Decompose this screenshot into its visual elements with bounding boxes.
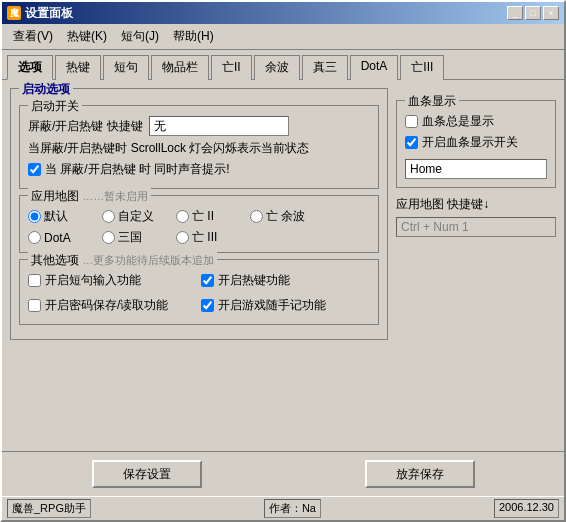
hotkey-row: 屏蔽/开启热键 快捷键 — [28, 116, 370, 136]
hotkey-enable-checkbox[interactable] — [201, 274, 214, 287]
save-button[interactable]: 保存设置 — [92, 460, 202, 488]
tab-aftermath[interactable]: 余波 — [254, 55, 300, 80]
phrase-checkbox[interactable] — [28, 274, 41, 287]
password-check-row: 开启密码保存/读取功能 — [28, 297, 197, 314]
startup-section: 启动选项 启动开关 屏蔽/开启热键 快捷键 当屏蔽/开启热键时 ScrollLo… — [10, 88, 388, 340]
discard-button[interactable]: 放弃保存 — [365, 460, 475, 488]
startup-title: 启动选项 — [19, 81, 73, 98]
map-title: 应用地图 ……暂未启用 — [28, 188, 151, 205]
other-section: 其他选项 …更多功能待后续版本追加 开启短句输入功能 — [19, 259, 379, 325]
sound-checkbox[interactable] — [28, 163, 41, 176]
always-show-label: 血条总是显示 — [422, 113, 494, 130]
blood-home-input[interactable] — [405, 159, 547, 179]
radio-wc2-input[interactable] — [176, 210, 189, 223]
left-panel: 启动选项 启动开关 屏蔽/开启热键 快捷键 当屏蔽/开启热键时 ScrollLo… — [10, 88, 388, 443]
menu-view[interactable]: 查看(V) — [7, 26, 59, 47]
other-title: 其他选项 …更多功能待后续版本追加 — [28, 252, 217, 269]
minimize-button[interactable]: _ — [507, 6, 523, 20]
hotkey-check-row: 开启热键功能 — [201, 272, 370, 289]
bottom-bar: 保存设置 放弃保存 — [2, 451, 564, 496]
radio-aftermath-input[interactable] — [250, 210, 263, 223]
other-checkboxes: 开启短句输入功能 开启密码保存/读取功能 开启热键功能 — [28, 272, 370, 318]
radio-custom-input[interactable] — [102, 210, 115, 223]
radio-wc3: 亡 III — [176, 229, 246, 246]
switch-section: 启动开关 屏蔽/开启热键 快捷键 当屏蔽/开启热键时 ScrollLock 灯会… — [19, 105, 379, 189]
app-icon: 魔 — [7, 6, 21, 20]
notebook-checkbox[interactable] — [201, 299, 214, 312]
right-panel: 血条显示 血条总是显示 开启血条显示开关 — [396, 88, 556, 443]
title-bar: 魔 设置面板 _ □ × — [2, 2, 564, 24]
radio-wc3-input[interactable] — [176, 231, 189, 244]
tab-wc2[interactable]: 亡II — [211, 55, 252, 80]
radio-default-input[interactable] — [28, 210, 41, 223]
radio-wc2: 亡 II — [176, 208, 246, 225]
blood-section: 血条显示 血条总是显示 开启血条显示开关 — [396, 100, 556, 188]
switch-title: 启动开关 — [28, 98, 82, 115]
radio-sanguo-input[interactable] — [102, 231, 115, 244]
status-bar: 魔兽_RPG助手 作者：Na 2006.12.30 — [2, 496, 564, 520]
tab-dota[interactable]: DotA — [350, 55, 399, 80]
hotkey-label: 屏蔽/开启热键 快捷键 — [28, 118, 143, 135]
maximize-button[interactable]: □ — [525, 6, 541, 20]
menu-help[interactable]: 帮助(H) — [167, 26, 220, 47]
status-author: 作者：Na — [264, 499, 321, 518]
tab-bar: 选项 热键 短句 物品栏 亡II 余波 真三 DotA 亡III — [2, 50, 564, 80]
always-show-checkbox[interactable] — [405, 115, 418, 128]
other-subtitle: …更多功能待后续版本追加 — [82, 254, 214, 266]
radio-custom: 自定义 — [102, 208, 172, 225]
title-bar-left: 魔 设置面板 — [7, 5, 73, 22]
hotkey-input[interactable] — [149, 116, 289, 136]
radio-dota: DotA — [28, 229, 98, 246]
other-col-right: 开启热键功能 开启游戏随手记功能 — [201, 272, 370, 318]
blood-toggle-row: 开启血条显示开关 — [405, 134, 547, 151]
tab-inventory[interactable]: 物品栏 — [151, 55, 209, 80]
map-radio-group-2: DotA 三国 亡 III — [28, 229, 370, 246]
menu-hotkey[interactable]: 热键(K) — [61, 26, 113, 47]
map-radio-group: 默认 自定义 亡 II — [28, 208, 370, 225]
tab-hotkey[interactable]: 热键 — [55, 55, 101, 80]
window-title: 设置面板 — [25, 5, 73, 22]
radio-default: 默认 — [28, 208, 98, 225]
radio-aftermath: 亡 余波 — [250, 208, 320, 225]
always-show-row: 血条总是显示 — [405, 113, 547, 130]
menu-phrase[interactable]: 短句(J) — [115, 26, 165, 47]
menu-bar: 查看(V) 热键(K) 短句(J) 帮助(H) — [2, 24, 564, 50]
map-shortcut-input[interactable] — [396, 217, 556, 237]
radio-sanguo: 三国 — [102, 229, 172, 246]
close-button[interactable]: × — [543, 6, 559, 20]
tab-phrase[interactable]: 短句 — [103, 55, 149, 80]
blood-toggle-label: 开启血条显示开关 — [422, 134, 518, 151]
sound-label: 当 屏蔽/开启热键 时 同时声音提示! — [45, 161, 230, 178]
map-shortcut-label: 应用地图 快捷键↓ — [396, 196, 556, 213]
radio-dota-input[interactable] — [28, 231, 41, 244]
notebook-check-row: 开启游戏随手记功能 — [201, 297, 370, 314]
scrolllock-row: 当屏蔽/开启热键时 ScrollLock 灯会闪烁表示当前状态 — [28, 140, 370, 157]
map-section: 应用地图 ……暂未启用 默认 自定义 — [19, 195, 379, 253]
tab-sanguo[interactable]: 真三 — [302, 55, 348, 80]
password-checkbox[interactable] — [28, 299, 41, 312]
status-app: 魔兽_RPG助手 — [7, 499, 91, 518]
phrase-check-row: 开启短句输入功能 — [28, 272, 197, 289]
sound-row: 当 屏蔽/开启热键 时 同时声音提示! — [28, 161, 370, 178]
other-col-left: 开启短句输入功能 开启密码保存/读取功能 — [28, 272, 197, 318]
map-subtitle: ……暂未启用 — [82, 190, 148, 202]
tab-options[interactable]: 选项 — [7, 55, 53, 80]
blood-title: 血条显示 — [405, 93, 459, 110]
blood-toggle-checkbox[interactable] — [405, 136, 418, 149]
main-content: 启动选项 启动开关 屏蔽/开启热键 快捷键 当屏蔽/开启热键时 ScrollLo… — [2, 80, 564, 451]
scrolllock-text: 当屏蔽/开启热键时 ScrollLock 灯会闪烁表示当前状态 — [28, 140, 309, 157]
tab-wc3[interactable]: 亡III — [400, 55, 444, 80]
map-shortcut: 应用地图 快捷键↓ — [396, 196, 556, 237]
main-window: 魔 设置面板 _ □ × 查看(V) 热键(K) 短句(J) 帮助(H) 选项 … — [0, 0, 566, 522]
title-buttons: _ □ × — [507, 6, 559, 20]
status-date: 2006.12.30 — [494, 499, 559, 518]
